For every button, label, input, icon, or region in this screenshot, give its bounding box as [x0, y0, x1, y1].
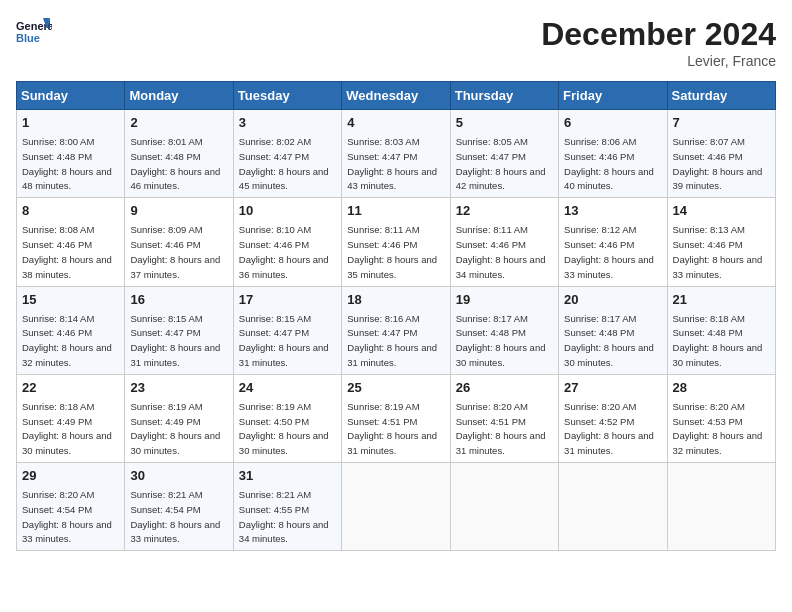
svg-text:Blue: Blue	[16, 32, 40, 44]
day-detail: Sunrise: 8:07 AMSunset: 4:46 PMDaylight:…	[673, 136, 763, 191]
day-detail: Sunrise: 8:06 AMSunset: 4:46 PMDaylight:…	[564, 136, 654, 191]
day-detail: Sunrise: 8:16 AMSunset: 4:47 PMDaylight:…	[347, 313, 437, 368]
calendar-cell: 13 Sunrise: 8:12 AMSunset: 4:46 PMDaylig…	[559, 198, 667, 286]
day-detail: Sunrise: 8:05 AMSunset: 4:47 PMDaylight:…	[456, 136, 546, 191]
day-number: 29	[22, 467, 119, 485]
day-detail: Sunrise: 8:20 AMSunset: 4:54 PMDaylight:…	[22, 489, 112, 544]
day-detail: Sunrise: 8:18 AMSunset: 4:48 PMDaylight:…	[673, 313, 763, 368]
day-detail: Sunrise: 8:14 AMSunset: 4:46 PMDaylight:…	[22, 313, 112, 368]
col-thursday: Thursday	[450, 82, 558, 110]
day-detail: Sunrise: 8:11 AMSunset: 4:46 PMDaylight:…	[456, 224, 546, 279]
calendar-cell: 19 Sunrise: 8:17 AMSunset: 4:48 PMDaylig…	[450, 286, 558, 374]
calendar-week-4: 22 Sunrise: 8:18 AMSunset: 4:49 PMDaylig…	[17, 374, 776, 462]
day-detail: Sunrise: 8:15 AMSunset: 4:47 PMDaylight:…	[239, 313, 329, 368]
calendar-cell: 24 Sunrise: 8:19 AMSunset: 4:50 PMDaylig…	[233, 374, 341, 462]
day-detail: Sunrise: 8:17 AMSunset: 4:48 PMDaylight:…	[456, 313, 546, 368]
day-number: 3	[239, 114, 336, 132]
calendar-subtitle: Levier, France	[541, 53, 776, 69]
calendar-cell	[450, 463, 558, 551]
logo: General Blue	[16, 16, 52, 52]
day-detail: Sunrise: 8:10 AMSunset: 4:46 PMDaylight:…	[239, 224, 329, 279]
calendar-cell: 7 Sunrise: 8:07 AMSunset: 4:46 PMDayligh…	[667, 110, 775, 198]
logo-icon: General Blue	[16, 16, 52, 52]
day-number: 24	[239, 379, 336, 397]
day-detail: Sunrise: 8:15 AMSunset: 4:47 PMDaylight:…	[130, 313, 220, 368]
calendar-cell: 11 Sunrise: 8:11 AMSunset: 4:46 PMDaylig…	[342, 198, 450, 286]
calendar-cell: 21 Sunrise: 8:18 AMSunset: 4:48 PMDaylig…	[667, 286, 775, 374]
day-number: 21	[673, 291, 770, 309]
calendar-title: December 2024	[541, 16, 776, 53]
day-number: 15	[22, 291, 119, 309]
calendar-cell: 27 Sunrise: 8:20 AMSunset: 4:52 PMDaylig…	[559, 374, 667, 462]
col-tuesday: Tuesday	[233, 82, 341, 110]
col-friday: Friday	[559, 82, 667, 110]
day-number: 16	[130, 291, 227, 309]
calendar-cell: 14 Sunrise: 8:13 AMSunset: 4:46 PMDaylig…	[667, 198, 775, 286]
day-detail: Sunrise: 8:19 AMSunset: 4:49 PMDaylight:…	[130, 401, 220, 456]
day-detail: Sunrise: 8:13 AMSunset: 4:46 PMDaylight:…	[673, 224, 763, 279]
calendar-cell: 29 Sunrise: 8:20 AMSunset: 4:54 PMDaylig…	[17, 463, 125, 551]
day-number: 14	[673, 202, 770, 220]
calendar-cell: 5 Sunrise: 8:05 AMSunset: 4:47 PMDayligh…	[450, 110, 558, 198]
day-detail: Sunrise: 8:21 AMSunset: 4:54 PMDaylight:…	[130, 489, 220, 544]
calendar-cell: 22 Sunrise: 8:18 AMSunset: 4:49 PMDaylig…	[17, 374, 125, 462]
day-number: 25	[347, 379, 444, 397]
col-sunday: Sunday	[17, 82, 125, 110]
calendar-cell: 3 Sunrise: 8:02 AMSunset: 4:47 PMDayligh…	[233, 110, 341, 198]
day-number: 27	[564, 379, 661, 397]
day-detail: Sunrise: 8:17 AMSunset: 4:48 PMDaylight:…	[564, 313, 654, 368]
day-number: 5	[456, 114, 553, 132]
col-saturday: Saturday	[667, 82, 775, 110]
calendar-cell: 25 Sunrise: 8:19 AMSunset: 4:51 PMDaylig…	[342, 374, 450, 462]
day-detail: Sunrise: 8:20 AMSunset: 4:53 PMDaylight:…	[673, 401, 763, 456]
calendar-cell: 9 Sunrise: 8:09 AMSunset: 4:46 PMDayligh…	[125, 198, 233, 286]
day-number: 6	[564, 114, 661, 132]
day-number: 2	[130, 114, 227, 132]
calendar-cell: 4 Sunrise: 8:03 AMSunset: 4:47 PMDayligh…	[342, 110, 450, 198]
day-detail: Sunrise: 8:21 AMSunset: 4:55 PMDaylight:…	[239, 489, 329, 544]
calendar-cell: 28 Sunrise: 8:20 AMSunset: 4:53 PMDaylig…	[667, 374, 775, 462]
calendar-cell: 16 Sunrise: 8:15 AMSunset: 4:47 PMDaylig…	[125, 286, 233, 374]
calendar-cell: 10 Sunrise: 8:10 AMSunset: 4:46 PMDaylig…	[233, 198, 341, 286]
day-detail: Sunrise: 8:20 AMSunset: 4:52 PMDaylight:…	[564, 401, 654, 456]
day-number: 10	[239, 202, 336, 220]
calendar-cell: 2 Sunrise: 8:01 AMSunset: 4:48 PMDayligh…	[125, 110, 233, 198]
col-wednesday: Wednesday	[342, 82, 450, 110]
calendar-week-1: 1 Sunrise: 8:00 AMSunset: 4:48 PMDayligh…	[17, 110, 776, 198]
calendar-cell: 30 Sunrise: 8:21 AMSunset: 4:54 PMDaylig…	[125, 463, 233, 551]
day-number: 22	[22, 379, 119, 397]
calendar-cell	[559, 463, 667, 551]
calendar-cell: 18 Sunrise: 8:16 AMSunset: 4:47 PMDaylig…	[342, 286, 450, 374]
calendar-cell: 15 Sunrise: 8:14 AMSunset: 4:46 PMDaylig…	[17, 286, 125, 374]
day-number: 18	[347, 291, 444, 309]
day-number: 9	[130, 202, 227, 220]
calendar-week-5: 29 Sunrise: 8:20 AMSunset: 4:54 PMDaylig…	[17, 463, 776, 551]
calendar-cell: 20 Sunrise: 8:17 AMSunset: 4:48 PMDaylig…	[559, 286, 667, 374]
calendar-cell	[667, 463, 775, 551]
day-number: 28	[673, 379, 770, 397]
day-number: 19	[456, 291, 553, 309]
day-detail: Sunrise: 8:18 AMSunset: 4:49 PMDaylight:…	[22, 401, 112, 456]
day-detail: Sunrise: 8:19 AMSunset: 4:50 PMDaylight:…	[239, 401, 329, 456]
day-number: 31	[239, 467, 336, 485]
calendar-cell: 8 Sunrise: 8:08 AMSunset: 4:46 PMDayligh…	[17, 198, 125, 286]
day-detail: Sunrise: 8:08 AMSunset: 4:46 PMDaylight:…	[22, 224, 112, 279]
day-number: 7	[673, 114, 770, 132]
day-number: 30	[130, 467, 227, 485]
day-detail: Sunrise: 8:09 AMSunset: 4:46 PMDaylight:…	[130, 224, 220, 279]
day-number: 12	[456, 202, 553, 220]
day-detail: Sunrise: 8:20 AMSunset: 4:51 PMDaylight:…	[456, 401, 546, 456]
calendar-cell: 31 Sunrise: 8:21 AMSunset: 4:55 PMDaylig…	[233, 463, 341, 551]
day-detail: Sunrise: 8:19 AMSunset: 4:51 PMDaylight:…	[347, 401, 437, 456]
day-number: 8	[22, 202, 119, 220]
calendar-cell: 23 Sunrise: 8:19 AMSunset: 4:49 PMDaylig…	[125, 374, 233, 462]
calendar-cell: 6 Sunrise: 8:06 AMSunset: 4:46 PMDayligh…	[559, 110, 667, 198]
calendar-cell: 1 Sunrise: 8:00 AMSunset: 4:48 PMDayligh…	[17, 110, 125, 198]
day-detail: Sunrise: 8:01 AMSunset: 4:48 PMDaylight:…	[130, 136, 220, 191]
calendar-cell: 26 Sunrise: 8:20 AMSunset: 4:51 PMDaylig…	[450, 374, 558, 462]
day-number: 23	[130, 379, 227, 397]
day-detail: Sunrise: 8:02 AMSunset: 4:47 PMDaylight:…	[239, 136, 329, 191]
header: General Blue December 2024 Levier, Franc…	[16, 16, 776, 69]
day-detail: Sunrise: 8:12 AMSunset: 4:46 PMDaylight:…	[564, 224, 654, 279]
calendar-cell: 12 Sunrise: 8:11 AMSunset: 4:46 PMDaylig…	[450, 198, 558, 286]
